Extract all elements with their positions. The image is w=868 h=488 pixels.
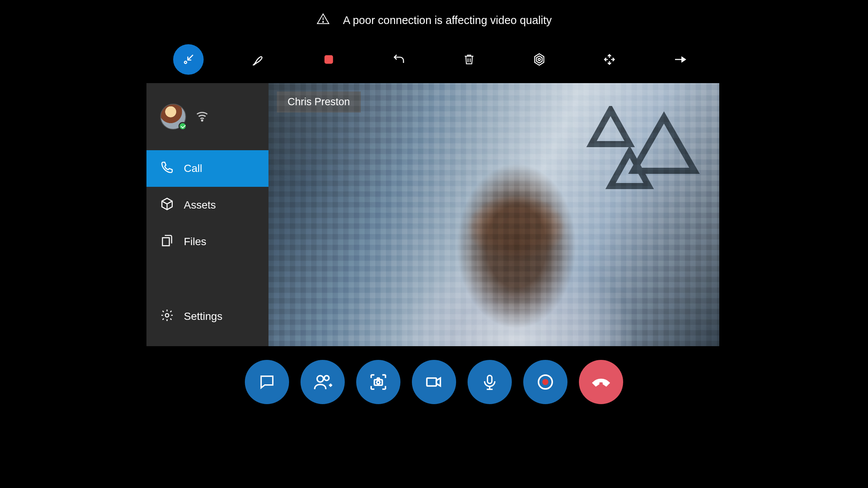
svg-rect-19 (427, 378, 436, 386)
sidebar-item-label: Files (184, 236, 206, 248)
wifi-icon (195, 109, 209, 124)
chat-button[interactable] (245, 360, 289, 404)
sidebar-header (146, 83, 268, 150)
add-participant-button[interactable] (301, 360, 345, 404)
avatar[interactable] (160, 104, 186, 130)
sidebar-item-assets[interactable]: Assets (146, 187, 268, 223)
phone-icon (160, 161, 174, 177)
files-icon (160, 234, 174, 250)
svg-rect-10 (162, 238, 169, 246)
svg-point-24 (542, 379, 548, 385)
cube-icon (160, 197, 174, 214)
connection-warning-text: A poor connection is affecting video qua… (343, 14, 552, 27)
svg-marker-12 (592, 110, 630, 144)
sidebar-item-label: Call (184, 162, 202, 175)
sidebar-item-label: Assets (184, 199, 216, 211)
expand-button[interactable] (594, 44, 625, 75)
presence-badge (178, 122, 187, 130)
svg-point-8 (538, 58, 540, 61)
svg-marker-7 (537, 56, 542, 63)
sidebar-nav: Call Assets Files (146, 150, 268, 346)
svg-point-1 (323, 21, 323, 22)
svg-rect-3 (325, 55, 333, 64)
gear-icon (160, 308, 174, 325)
sidebar: Call Assets Files (146, 83, 268, 346)
connection-warning: A poor connection is affecting video qua… (316, 12, 552, 29)
remote-video: Chris Preston (268, 83, 719, 346)
settings-hex-button[interactable] (524, 44, 555, 75)
background-shapes (586, 106, 704, 205)
svg-point-2 (185, 61, 187, 64)
annotation-toolbar (173, 44, 695, 75)
stop-record-button[interactable] (313, 44, 344, 75)
collapse-button[interactable] (173, 44, 204, 75)
screenshot-button[interactable] (356, 360, 400, 404)
call-controls (245, 360, 623, 404)
svg-point-16 (324, 376, 329, 380)
svg-point-9 (202, 120, 203, 121)
undo-button[interactable] (384, 44, 414, 75)
toggle-video-button[interactable] (412, 360, 456, 404)
toggle-mic-button[interactable] (468, 360, 512, 404)
pin-button[interactable] (664, 44, 695, 75)
end-call-button[interactable] (579, 360, 623, 404)
participant-name: Chris Preston (288, 96, 350, 108)
svg-point-11 (166, 313, 169, 317)
svg-marker-14 (611, 152, 649, 186)
svg-marker-13 (633, 117, 694, 171)
svg-point-15 (317, 376, 323, 382)
call-window: Call Assets Files (146, 83, 719, 346)
svg-point-18 (377, 381, 380, 384)
participant-name-chip: Chris Preston (277, 92, 361, 112)
warning-icon (316, 12, 330, 29)
sidebar-item-settings[interactable]: Settings (146, 298, 268, 335)
record-button[interactable] (523, 360, 567, 404)
sidebar-item-files[interactable]: Files (146, 223, 268, 260)
delete-button[interactable] (454, 44, 484, 75)
pen-button[interactable] (243, 44, 274, 75)
svg-rect-20 (487, 376, 492, 384)
sidebar-item-call[interactable]: Call (146, 150, 268, 187)
sidebar-item-label: Settings (184, 310, 222, 323)
